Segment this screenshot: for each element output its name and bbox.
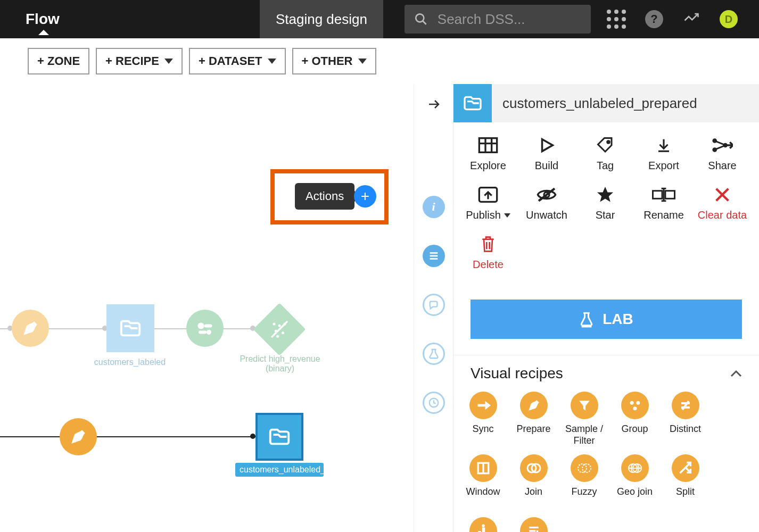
recipe-top-n[interactable]: Top N xyxy=(458,517,508,532)
recipe-sample-filter[interactable]: Sample / Filter xyxy=(559,392,609,447)
svg-rect-42 xyxy=(665,191,675,199)
action-share[interactable]: Share xyxy=(693,135,752,172)
svg-point-9 xyxy=(273,323,276,326)
recipe-window[interactable]: Window xyxy=(458,454,508,510)
recipe-prepare[interactable]: Prepare xyxy=(508,392,559,447)
svg-point-56 xyxy=(636,401,640,405)
recipe-geo-join[interactable]: Geo join xyxy=(609,454,660,510)
add-recipe-button[interactable]: + RECIPE xyxy=(96,48,183,74)
svg-rect-22 xyxy=(479,138,497,153)
visual-recipes-header[interactable]: Visual recipes xyxy=(453,355,759,384)
recipe-distinct[interactable]: Distinct xyxy=(660,392,711,447)
caret-down-icon xyxy=(358,59,367,64)
svg-line-1 xyxy=(423,21,426,24)
model-node-predict[interactable] xyxy=(253,303,306,356)
actions-tooltip: Actions xyxy=(295,183,354,210)
svg-marker-37 xyxy=(504,213,510,218)
svg-point-57 xyxy=(633,406,637,410)
action-unwatch[interactable]: Unwatch xyxy=(517,185,576,221)
node-label: Predict high_revenue (binary) xyxy=(232,354,328,373)
rail-info-icon[interactable]: i xyxy=(423,196,445,218)
recipes-grid: Sync Prepare Sample / Filter Group Disti… xyxy=(453,384,759,532)
action-build[interactable]: Build xyxy=(517,135,576,172)
svg-point-0 xyxy=(416,14,424,22)
node-label: customers_labeled xyxy=(82,358,178,367)
actions-plus-button[interactable]: + xyxy=(354,185,376,207)
recipe-split[interactable]: Split xyxy=(660,454,711,510)
recipe-node-prepare[interactable] xyxy=(60,418,97,455)
lab-button[interactable]: LAB xyxy=(471,300,742,339)
caret-down-icon xyxy=(504,213,510,218)
svg-point-10 xyxy=(278,325,281,327)
chevron-up-icon xyxy=(730,370,742,377)
action-export[interactable]: Export xyxy=(634,135,693,172)
help-icon[interactable]: ? xyxy=(645,10,663,28)
activity-icon[interactable] xyxy=(682,11,700,27)
caret-down-icon xyxy=(268,59,276,64)
recipe-node-prepare-faded[interactable] xyxy=(12,310,49,347)
recipe-sort[interactable]: Sort xyxy=(508,517,559,532)
svg-marker-40 xyxy=(597,187,613,202)
svg-point-55 xyxy=(630,401,633,405)
add-zone-button[interactable]: + ZONE xyxy=(28,48,89,74)
recipe-group[interactable]: Group xyxy=(609,392,660,447)
svg-line-70 xyxy=(680,468,686,473)
svg-point-7 xyxy=(207,330,211,335)
action-rename[interactable]: Rename xyxy=(634,185,693,221)
search-container xyxy=(405,5,591,34)
svg-marker-53 xyxy=(485,401,491,410)
recipe-join[interactable]: Join xyxy=(508,454,559,510)
panel-title: customers_unlabeled_prepared xyxy=(492,95,697,112)
action-star[interactable]: Star xyxy=(576,185,634,221)
recipe-sync[interactable]: Sync xyxy=(458,392,508,447)
collapse-arrow-icon[interactable] xyxy=(425,98,442,111)
svg-marker-2 xyxy=(164,59,173,64)
svg-marker-54 xyxy=(579,401,590,410)
action-delete[interactable]: Delete xyxy=(459,234,517,271)
recipe-fuzzy[interactable]: Fuzzy xyxy=(559,454,609,510)
action-explore[interactable]: Explore xyxy=(459,135,517,172)
svg-point-65 xyxy=(578,464,587,472)
actions-grid: Explore Build Tag Export Share Publish xyxy=(453,122,759,290)
rail-history-icon[interactable] xyxy=(423,392,445,414)
search-input[interactable] xyxy=(438,11,581,28)
svg-line-34 xyxy=(716,146,724,149)
svg-marker-3 xyxy=(268,59,276,64)
svg-rect-8 xyxy=(199,331,207,334)
nav-flow[interactable]: Flow xyxy=(0,11,85,28)
rail-lab-icon[interactable] xyxy=(423,343,445,365)
search-icon xyxy=(414,11,428,27)
dataset-icon xyxy=(453,84,492,122)
svg-line-33 xyxy=(716,142,724,145)
svg-marker-26 xyxy=(542,139,553,152)
panel-header: customers_unlabeled_prepared xyxy=(453,84,759,122)
topbar: Flow Staging design ? D xyxy=(0,0,759,38)
svg-point-27 xyxy=(607,141,610,144)
recipe-node-train[interactable] xyxy=(186,310,224,347)
svg-point-5 xyxy=(198,323,204,329)
svg-rect-72 xyxy=(482,528,484,533)
rail-list-icon[interactable] xyxy=(423,245,445,267)
action-publish[interactable]: Publish xyxy=(459,185,517,221)
right-panel: customers_unlabeled_prepared Explore Bui… xyxy=(453,84,759,532)
nav-staging-design[interactable]: Staging design xyxy=(260,0,383,38)
apps-grid-icon[interactable] xyxy=(607,10,626,29)
side-rail: i xyxy=(414,84,453,532)
caret-down-icon xyxy=(164,59,173,64)
dataset-node-customers-unlabeled-prepared[interactable] xyxy=(255,413,303,461)
svg-point-13 xyxy=(282,331,284,334)
svg-marker-4 xyxy=(358,59,367,64)
add-other-button[interactable]: + OTHER xyxy=(292,48,376,74)
lab-icon xyxy=(579,311,594,328)
action-tag[interactable]: Tag xyxy=(576,135,634,172)
svg-point-74 xyxy=(482,525,484,527)
flow-canvas[interactable]: Actions + customers_labeled Predict high… xyxy=(0,84,414,532)
svg-point-14 xyxy=(276,335,279,338)
action-clear-data[interactable]: Clear data xyxy=(693,185,752,221)
avatar[interactable]: D xyxy=(720,10,738,28)
svg-rect-41 xyxy=(653,191,662,199)
node-label-selected: customers_unlabeled_prepared xyxy=(235,463,324,477)
dataset-node-customers-labeled[interactable] xyxy=(106,304,154,352)
rail-discuss-icon[interactable] xyxy=(423,294,445,316)
add-dataset-button[interactable]: + DATASET xyxy=(189,48,286,74)
